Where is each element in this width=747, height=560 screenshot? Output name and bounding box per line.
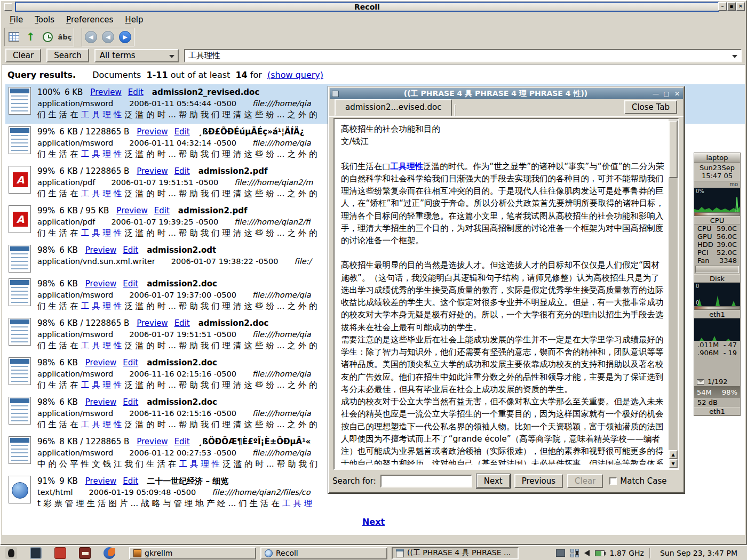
terminal-launcher-icon[interactable] [30, 547, 42, 559]
taskbar-task[interactable]: ((工 PHRASE 4 具 PHRASE ... [392, 547, 519, 559]
result-mimetype: application/msword [37, 330, 113, 339]
search-button[interactable]: Search [46, 49, 89, 62]
preview-tab[interactable]: admission2...evised.doc [335, 99, 452, 116]
envelope-icon [697, 379, 704, 385]
edit-link[interactable]: Edit [123, 279, 138, 289]
footprint-launcher-icon[interactable] [5, 547, 17, 559]
keyboard-layout-icon[interactable] [556, 549, 565, 557]
edit-link[interactable]: Edit [174, 127, 190, 137]
preview-link[interactable]: Preview [137, 166, 168, 176]
toolbar: ↑ âbç ◀ ◀ ▶ [1, 27, 746, 47]
sensor-readout: Fan3348 [694, 257, 740, 265]
window-menu-icon[interactable] [4, 3, 12, 11]
edit-link[interactable]: Edit [154, 206, 170, 215]
scroll-down-icon[interactable]: ▼ [669, 459, 678, 468]
edit-link[interactable]: Edit [123, 245, 138, 255]
page-first-button[interactable]: ◀ [83, 29, 99, 45]
scroll-up-icon[interactable]: ▲ [669, 450, 678, 459]
preview-link[interactable]: Preview [85, 279, 116, 289]
edit-link[interactable]: Edit [174, 437, 190, 446]
document-history-button[interactable] [40, 29, 55, 45]
match-case-checkbox[interactable] [609, 477, 617, 485]
firefox-launcher-icon[interactable] [104, 547, 115, 559]
taskbar-task[interactable]: Recoll [260, 547, 387, 559]
preview-maximize-icon[interactable]: ▢ [663, 90, 670, 98]
preview-scrollbar[interactable]: ▲ ▼ [669, 119, 678, 468]
preview-link[interactable]: Preview [137, 437, 168, 446]
result-relevance: 96% [37, 437, 55, 446]
result-mimetype: application/pdf [37, 218, 95, 226]
query-input[interactable] [185, 51, 728, 60]
preview-clear-button[interactable]: Clear [567, 474, 603, 488]
results-range: 1-11 [147, 70, 168, 80]
preview-titlebar[interactable]: ((工 PHRASE 4 具 PHRASE 4 理 PHRASE 4 性)) —… [330, 88, 683, 99]
disk-krell-meter [694, 306, 740, 310]
sort-parameters-button[interactable] [6, 29, 21, 45]
show-query-link[interactable]: (show query) [267, 70, 323, 80]
doc-file-icon [9, 87, 31, 115]
recoll-icon [265, 549, 273, 557]
preview-link[interactable]: Preview [85, 358, 116, 367]
edit-link[interactable]: Edit [123, 358, 138, 367]
preview-minimize-icon[interactable]: — [652, 90, 659, 98]
query-history-chevron-icon[interactable] [732, 55, 737, 58]
preview-link[interactable]: Preview [85, 397, 116, 407]
menu-tools[interactable]: Tools [29, 13, 60, 26]
result-date: 2006-01-07 19:51:51 -0500 [111, 178, 218, 187]
menu-file[interactable]: File [4, 13, 28, 26]
next-page-link[interactable]: Next [362, 517, 385, 527]
edit-link[interactable]: Edit [123, 476, 138, 486]
clear-button[interactable]: Clear [5, 49, 41, 62]
red-app-launcher-icon[interactable] [54, 547, 66, 559]
preview-link[interactable]: Preview [116, 206, 147, 215]
minimize-icon[interactable]: – [718, 2, 727, 11]
result-url: file:///home/qia [252, 99, 311, 108]
sort-by-date-button[interactable]: ↑ [23, 29, 38, 45]
preview-text-panel[interactable]: 高校招生的社会功能和目的文/钱江我们生活在□工具理性泛滥的时代。作为“世之显学”… [333, 118, 679, 470]
maximize-icon[interactable]: ▪ [727, 2, 736, 11]
edit-link[interactable]: Edit [128, 87, 144, 97]
result-relevance: 98% [37, 245, 55, 255]
preview-search-input[interactable] [380, 475, 472, 487]
battery-icon[interactable] [595, 550, 605, 556]
preview-window-menu-icon[interactable] [332, 91, 339, 97]
result-size: 9 KB [59, 476, 77, 486]
menu-help[interactable]: Help [120, 13, 148, 26]
result-title: 二十一世纪经济 – 细览 [147, 476, 228, 486]
preview-previous-button[interactable]: Previous [514, 474, 563, 488]
preview-link[interactable]: Preview [85, 245, 116, 255]
term-explorer-button[interactable]: âbç [57, 29, 73, 45]
edit-link[interactable]: Edit [123, 397, 138, 407]
result-url: file:///home/qian2/fi [234, 218, 310, 226]
taskbar-task-label: gkrellm [145, 549, 172, 557]
result-title: admission2_revised.doc [152, 87, 260, 97]
result-size: 6 KB [59, 245, 77, 255]
page-next-button[interactable]: ▶ [117, 29, 133, 45]
close-tab-button[interactable]: Close Tab [624, 100, 677, 114]
edit-link[interactable]: Edit [174, 318, 190, 328]
maroon-app-launcher-icon[interactable] [79, 547, 91, 559]
preview-link[interactable]: Preview [137, 318, 168, 328]
taskbar-clock[interactable]: Sun Sep 23, 3:47 PM [656, 549, 742, 557]
gkrellm-panel[interactable]: laptop Sun23Sep 15:47 05 mo 0% CPU CPU59… [694, 153, 741, 416]
volume-icon[interactable] [584, 550, 590, 556]
preview-next-button[interactable]: Next [476, 474, 510, 488]
taskbar: gkrellmRecoll((工 PHRASE 4 具 PHRASE ... 1… [0, 545, 747, 560]
menu-preferences[interactable]: Preferences [61, 13, 118, 26]
page-prev-button[interactable]: ◀ [100, 29, 116, 45]
edit-link[interactable]: Edit [174, 166, 190, 176]
preview-link[interactable]: Preview [137, 127, 168, 137]
search-mode-combo[interactable]: All terms [94, 49, 179, 62]
preview-link[interactable]: Preview [85, 476, 116, 486]
result-date: 2006-11-16 02:15:16 -0500 [129, 409, 236, 418]
preview-close-icon[interactable]: ✕ [673, 90, 681, 98]
preview-link[interactable]: Preview [90, 87, 121, 97]
memory-value: 54M [697, 388, 712, 396]
taskbar-task[interactable]: gkrellm [129, 547, 256, 559]
gkrellm-time: 15:47 05 [694, 172, 740, 180]
scrollbar-thumb[interactable] [669, 121, 678, 178]
memory-meter: 54M 98% [694, 386, 740, 398]
window-icon [396, 549, 404, 557]
close-icon[interactable]: ✕ [736, 2, 745, 11]
window-titlebar[interactable]: Recoll – ▪ ✕ [1, 1, 746, 13]
